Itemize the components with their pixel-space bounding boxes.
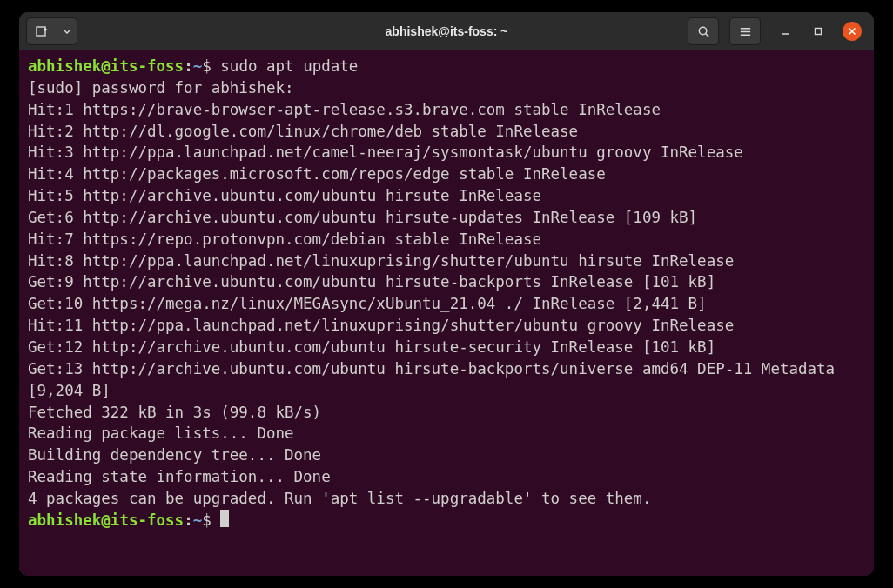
svg-rect-9 xyxy=(816,29,822,35)
close-button[interactable] xyxy=(843,22,862,41)
new-tab-button[interactable] xyxy=(26,17,57,45)
prompt-user: abhishek xyxy=(28,57,101,75)
cursor xyxy=(220,510,229,527)
prompt-path: ~ xyxy=(193,511,203,529)
menu-button[interactable] xyxy=(729,17,761,45)
new-tab-dropdown-button[interactable] xyxy=(57,17,77,45)
prompt-host: its-foss xyxy=(111,57,184,75)
prompt-dollar: $ xyxy=(202,57,212,75)
prompt-colon: : xyxy=(184,511,193,529)
search-button[interactable] xyxy=(688,17,719,45)
svg-line-4 xyxy=(705,33,708,36)
svg-rect-0 xyxy=(37,27,45,36)
prompt-path: ~ xyxy=(193,57,203,75)
new-tab-icon xyxy=(35,24,49,38)
prompt-dollar: $ xyxy=(202,511,212,529)
maximize-button[interactable] xyxy=(809,23,827,40)
chevron-down-icon xyxy=(63,27,71,36)
close-icon xyxy=(848,27,856,36)
terminal-area[interactable]: abhishek@its-foss:~$ sudo apt update [su… xyxy=(19,50,874,576)
prompt-colon: : xyxy=(184,57,193,75)
minimize-icon xyxy=(780,26,790,37)
minimize-button[interactable] xyxy=(776,23,794,40)
search-icon xyxy=(697,25,710,38)
titlebar: abhishek@its-foss: ~ xyxy=(19,12,874,50)
prompt-host: its-foss xyxy=(111,511,184,529)
prompt-at: @ xyxy=(101,57,111,75)
terminal-window: abhishek@its-foss: ~ abhishek@its-fos xyxy=(19,12,874,576)
prompt-user: abhishek xyxy=(28,511,101,529)
hamburger-icon xyxy=(739,25,752,38)
titlebar-left-group xyxy=(26,17,77,45)
prompt-at: @ xyxy=(101,511,111,529)
command-text: sudo apt update xyxy=(220,57,358,75)
svg-point-3 xyxy=(699,27,706,34)
window-controls xyxy=(776,22,862,41)
terminal-output: [sudo] password for abhishek: Hit:1 http… xyxy=(28,79,844,507)
maximize-icon xyxy=(813,26,823,37)
titlebar-right-group xyxy=(688,17,867,45)
